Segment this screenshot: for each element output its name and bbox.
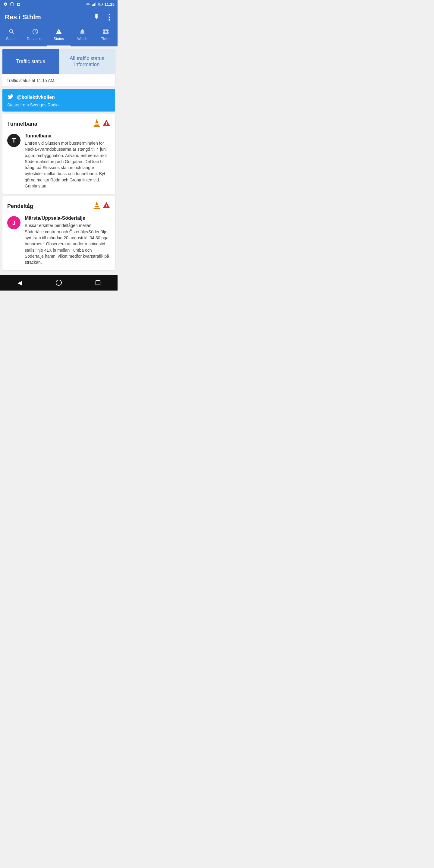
svg-rect-7 <box>95 2 96 6</box>
settings-icon <box>3 2 8 7</box>
tab-ticket[interactable]: Ticket <box>94 26 118 46</box>
tab-bar: Search Departur... Status Watch <box>0 26 118 46</box>
tab-departure-label: Departur... <box>27 37 44 41</box>
twitter-subtitle: Status from Sveriges Radio. <box>7 102 110 107</box>
tunnelbana-content: Tunnelbana Entrén vid Slussen mot busste… <box>25 133 110 189</box>
tunnelbana-header: Tunnelbana <box>7 119 110 129</box>
tunnelbana-icons <box>93 119 110 129</box>
tab-search-label: Search <box>6 37 18 41</box>
battery-icon <box>98 2 103 7</box>
tunnelbana-title: Tunnelbana <box>7 121 37 127</box>
ticket-icon <box>102 28 109 36</box>
app-bar-actions: ⋮ <box>93 13 113 22</box>
twitter-icon <box>7 93 14 101</box>
svg-rect-18 <box>94 207 99 208</box>
toggle-card: Traffic status All traffic status inform… <box>2 49 115 87</box>
status-bar: 11:25 <box>0 0 118 8</box>
tunnelbana-entry: T Tunnelbana Entrén vid Slussen mot buss… <box>7 133 110 189</box>
status-time: 11:25 <box>104 2 115 7</box>
app-bar: Res i Sthlm ⋮ <box>0 8 118 26</box>
pendeltag-entry: J Märsta/Uppsala-Södertälje Bussar ersät… <box>7 216 110 265</box>
pendeltag-content: Märsta/Uppsala-Södertälje Bussar ersätte… <box>25 216 110 265</box>
alert-triangle-icon <box>102 119 110 129</box>
warning-triangle-icon <box>56 28 62 36</box>
sync-icon <box>10 2 14 7</box>
clock-icon <box>32 28 38 36</box>
svg-rect-20 <box>94 208 100 209</box>
svg-point-21 <box>56 280 61 285</box>
construction-cone-icon <box>93 119 101 129</box>
tab-watch-label: Watch <box>77 37 87 41</box>
back-button[interactable]: ◀ <box>10 277 29 289</box>
pendeltag-cone-icon <box>93 201 101 211</box>
twitter-handle: @kollektivkollen <box>17 95 55 100</box>
svg-rect-2 <box>18 4 20 5</box>
traffic-status-button[interactable]: Traffic status <box>2 49 59 74</box>
toggle-buttons: Traffic status All traffic status inform… <box>2 49 115 74</box>
sim-icon <box>16 2 21 7</box>
svg-rect-19 <box>95 205 99 206</box>
tab-status-label: Status <box>54 37 64 41</box>
bottom-nav: ◀ <box>0 275 118 290</box>
svg-rect-16 <box>94 126 100 127</box>
svg-rect-22 <box>96 281 100 285</box>
home-button[interactable] <box>50 277 68 289</box>
pendeltag-icons <box>93 201 110 211</box>
tab-search[interactable]: Search <box>0 26 24 46</box>
tunnelbana-avatar: T <box>7 134 21 147</box>
svg-rect-15 <box>95 123 99 124</box>
tab-watch[interactable]: Watch <box>70 26 94 46</box>
pendeltag-avatar: J <box>7 216 21 229</box>
tunnelbana-entry-title: Tunnelbana <box>25 133 110 138</box>
pendeltag-section: Pendeltåg J <box>2 196 115 270</box>
pendeltag-entry-title: Märsta/Uppsala-Södertälje <box>25 216 110 221</box>
app-title: Res i Sthlm <box>5 13 41 21</box>
tunnelbana-entry-body: Entrén vid Slussen mot bussterminalen fö… <box>25 140 110 189</box>
all-traffic-info-button[interactable]: All traffic status information <box>59 49 115 74</box>
svg-point-0 <box>10 2 14 6</box>
tab-departure[interactable]: Departur... <box>24 26 47 46</box>
recents-button[interactable] <box>89 277 107 289</box>
bell-icon <box>79 28 86 36</box>
tab-status[interactable]: Status <box>47 26 70 46</box>
signal-icon <box>92 2 97 7</box>
status-bar-right: 11:25 <box>86 2 115 7</box>
main-content: Traffic status All traffic status inform… <box>0 46 118 273</box>
pendeltag-header: Pendeltåg <box>7 201 110 211</box>
search-icon <box>8 28 15 36</box>
svg-rect-14 <box>94 124 99 125</box>
svg-rect-9 <box>102 4 103 5</box>
wifi-icon <box>86 2 90 7</box>
pendeltag-alert-icon <box>102 201 110 211</box>
traffic-status-time: Traffic status at 11:15 AM <box>2 74 115 87</box>
twitter-card[interactable]: @kollektivkollen Status from Sveriges Ra… <box>2 89 115 112</box>
pin-icon[interactable] <box>93 13 100 22</box>
more-options-icon[interactable]: ⋮ <box>105 13 113 22</box>
twitter-header: @kollektivkollen <box>7 93 110 101</box>
pendeltag-title: Pendeltåg <box>7 203 33 210</box>
status-bar-left <box>3 2 21 7</box>
pendeltag-entry-body: Bussar ersätter pendeltågen mellan Söder… <box>25 222 110 265</box>
tab-ticket-label: Ticket <box>101 37 111 41</box>
svg-point-3 <box>87 5 88 6</box>
svg-rect-5 <box>93 4 94 6</box>
tunnelbana-section: Tunnelbana T <box>2 114 115 194</box>
svg-rect-4 <box>92 4 93 6</box>
svg-rect-6 <box>94 3 95 6</box>
